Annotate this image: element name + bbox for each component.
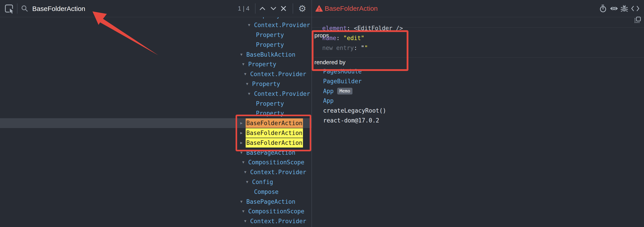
component-name: Property	[256, 42, 284, 48]
tree-row-property[interactable]: Property	[0, 108, 312, 118]
tree-row-basefolderaction[interactable]: ▸BaseFolderAction	[0, 128, 312, 138]
clear-search-button[interactable]	[278, 0, 289, 17]
prop-value[interactable]: "edit"	[343, 35, 364, 42]
log-component-button[interactable]	[619, 0, 629, 17]
memo-badge: Memo	[337, 88, 352, 94]
tree-row-context-provider[interactable]: ▾Context.Provider	[0, 69, 312, 79]
component-name: Config	[252, 179, 273, 185]
expand-arrow-icon[interactable]: ▸	[240, 121, 242, 125]
tree-row-config[interactable]: ▾Config	[0, 177, 312, 187]
tree-row-property[interactable]: Property	[0, 30, 312, 40]
tree-row-property[interactable]: Property	[0, 17, 312, 20]
warning-badge	[316, 0, 323, 17]
collapse-arrow-icon[interactable]: ▾	[248, 91, 250, 96]
component-name: Property	[252, 17, 280, 18]
prop-row-element[interactable]: element:<EditFolder />	[322, 24, 403, 32]
prop-key: name	[322, 35, 336, 42]
collapse-arrow-icon[interactable]: ▾	[242, 160, 244, 164]
tree-row-compose[interactable]: Compose	[0, 187, 312, 197]
tree-row-property[interactable]: Property	[0, 40, 312, 50]
toolbar-separator	[293, 3, 293, 14]
component-tree[interactable]: Property▾Context.ProviderPropertyPropert…	[0, 17, 312, 227]
search-icon	[20, 0, 30, 17]
expand-arrow-icon[interactable]: ▸	[240, 130, 242, 135]
owner-link[interactable]: PagesModule	[323, 68, 362, 75]
component-name: Property	[248, 61, 276, 67]
settings-button[interactable]: ⚙	[297, 0, 308, 17]
inspected-element-header: BaseFolderAction	[312, 0, 644, 17]
tree-row-basepageaction[interactable]: ▾BasePageAction	[0, 148, 312, 158]
previous-result-button[interactable]	[258, 0, 267, 17]
copy-props-button[interactable]	[634, 16, 641, 24]
prop-row-name[interactable]: name:"edit"	[322, 34, 364, 42]
tree-row-basefolderaction[interactable]: ▸BaseFolderAction	[0, 118, 312, 128]
component-name: Property	[256, 32, 284, 38]
component-name: BaseFolderAction	[246, 128, 303, 138]
tree-row-property[interactable]: Property	[0, 99, 312, 108]
tree-row-property[interactable]: ▾Property	[0, 79, 312, 89]
rendered-by-item: createLegacyRoot()	[323, 106, 386, 114]
search-input[interactable]	[32, 4, 230, 14]
component-name: CompositionScope	[248, 160, 304, 165]
collapse-arrow-icon[interactable]: ▾	[244, 219, 246, 223]
inspect-element-button[interactable]	[3, 0, 15, 17]
toolbar-separator	[255, 3, 256, 14]
component-name: BasePageAction	[246, 199, 295, 204]
section-divider	[312, 58, 644, 58]
collapse-arrow-icon[interactable]: ▾	[240, 150, 242, 155]
prop-key: element	[322, 25, 347, 32]
prop-key: new entry	[322, 44, 354, 51]
gear-icon: ⚙	[298, 4, 306, 13]
tree-row-context-provider[interactable]: ▾Context.Provider	[0, 89, 312, 99]
bug-icon	[620, 5, 628, 12]
expand-arrow-icon[interactable]: ▸	[240, 140, 242, 145]
colon: :	[336, 35, 340, 42]
collapse-arrow-icon[interactable]: ▾	[240, 52, 242, 57]
search-results-count: 1 | 4	[234, 0, 253, 17]
owner-link[interactable]: PageBuilder	[323, 78, 362, 84]
prop-value[interactable]: <EditFolder />	[354, 25, 403, 32]
next-result-button[interactable]	[268, 0, 278, 17]
inspected-component-title: BaseFolderAction	[325, 0, 378, 17]
inspect-dom-button[interactable]	[609, 0, 619, 17]
tree-row-context-provider[interactable]: ▾Context.Provider	[0, 216, 312, 226]
component-name: Property	[256, 110, 284, 116]
collapse-arrow-icon[interactable]: ▾	[242, 209, 244, 213]
collapse-arrow-icon[interactable]: ▾	[242, 62, 244, 66]
tree-row-compositionscope[interactable]: ▾CompositionScope	[0, 158, 312, 167]
component-name: Context.Provider	[254, 91, 310, 97]
view-source-button[interactable]	[630, 0, 641, 17]
code-brackets-icon	[631, 6, 640, 12]
collapse-arrow-icon[interactable]: ▾	[246, 180, 248, 184]
prop-value[interactable]: "	[364, 44, 368, 51]
component-name: BaseFolderAction	[246, 138, 303, 148]
react-devtools-window: 1 | 4 ⚙ Property▾Context.ProviderPropert…	[0, 0, 644, 227]
tree-row-basebulkaction[interactable]: ▾BaseBulkAction	[0, 50, 312, 60]
chevron-down-icon	[270, 7, 276, 10]
collapse-arrow-icon[interactable]: ▾	[244, 170, 246, 174]
collapse-arrow-icon[interactable]: ▾	[240, 199, 242, 204]
owner-code: react-dom@17.0.2	[323, 117, 379, 124]
component-name: BaseFolderAction	[246, 118, 303, 128]
tree-row-property[interactable]: ▾Property	[0, 59, 312, 69]
rendered-by-item: PagesModule	[323, 68, 362, 76]
collapse-arrow-icon[interactable]: ▾	[248, 22, 250, 27]
collapse-arrow-icon[interactable]: ▾	[246, 82, 248, 86]
tree-row-basefolderaction[interactable]: ▸BaseFolderAction	[0, 138, 312, 148]
rendered-by-item: react-dom@17.0.2	[323, 116, 379, 124]
tree-row-context-provider[interactable]: ▾Context.Provider	[0, 167, 312, 177]
suspense-toggle-button[interactable]	[598, 0, 608, 17]
inspect-element-icon	[4, 3, 14, 14]
prop-value[interactable]: "	[361, 44, 364, 51]
tree-row-basepageaction[interactable]: ▾BasePageAction	[0, 197, 312, 207]
component-name: Context.Provider	[250, 71, 306, 77]
owner-link[interactable]: App	[323, 98, 334, 104]
tree-row-context-provider[interactable]: ▾Context.Provider	[0, 20, 312, 30]
rendered-by-item: AppMemo	[323, 87, 352, 95]
tree-row-compositionscope[interactable]: ▾CompositionScope	[0, 206, 312, 216]
component-name: Context.Provider	[250, 169, 306, 175]
collapse-arrow-icon[interactable]: ▾	[244, 72, 246, 76]
eye-icon	[610, 5, 618, 12]
prop-row-new-entry[interactable]: new entry:""	[322, 44, 368, 52]
owner-link[interactable]: App	[323, 88, 334, 94]
